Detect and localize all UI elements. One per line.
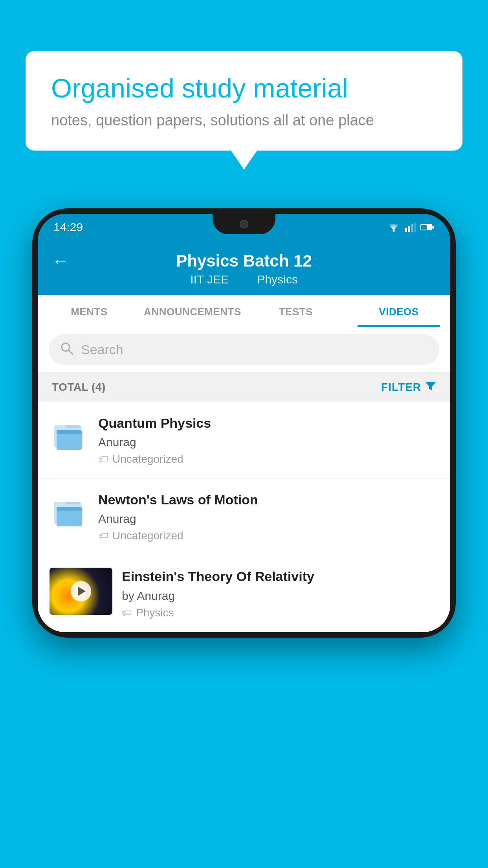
status-bar: 14:29	[38, 214, 450, 241]
svg-line-10	[68, 350, 73, 354]
svg-point-1	[393, 230, 395, 232]
status-time: 14:29	[53, 221, 83, 234]
video-title-2: Newton's Laws of Motion	[98, 491, 438, 508]
video-info-2: Newton's Laws of Motion Anurag 🏷 Uncateg…	[98, 491, 438, 542]
svg-rect-5	[414, 223, 416, 232]
file-icon-newton	[50, 491, 89, 534]
header-subtitle-physics: Physics	[257, 273, 297, 286]
tag-icon-1: 🏷	[98, 453, 108, 465]
video-tag-2: 🏷 Uncategorized	[98, 530, 438, 542]
tab-announcements[interactable]: ANNOUNCEMENTS	[141, 295, 244, 327]
filter-icon	[425, 380, 436, 394]
search-bar-wrapper: Search	[38, 327, 450, 372]
play-button[interactable]	[71, 581, 91, 601]
svg-rect-7	[432, 226, 434, 229]
tag-icon-2: 🏷	[98, 530, 108, 542]
app-header: ← Physics Batch 12 IIT JEE Physics	[38, 241, 450, 295]
video-author-2: Anurag	[98, 512, 438, 526]
search-placeholder-text: Search	[81, 342, 123, 357]
filter-button[interactable]: FILTER	[381, 380, 436, 394]
svg-rect-4	[411, 224, 413, 232]
video-title-3: Einstein's Theory Of Relativity	[122, 568, 438, 585]
video-item-1[interactable]: Quantum Physics Anurag 🏷 Uncategorized	[38, 402, 450, 478]
back-button[interactable]: ←	[52, 251, 69, 271]
phone-mockup: 14:29	[32, 208, 456, 638]
tag-icon-3: 🏷	[122, 607, 132, 619]
video-title-1: Quantum Physics	[98, 414, 438, 432]
video-list: Quantum Physics Anurag 🏷 Uncategorized	[38, 402, 450, 632]
tab-videos[interactable]: VIDEOS	[347, 295, 450, 327]
svg-rect-2	[405, 228, 407, 232]
notch	[213, 214, 275, 234]
bubble-title: Organised study material	[51, 73, 437, 103]
speech-bubble-container: Organised study material notes, question…	[26, 51, 462, 151]
filter-row: TOTAL (4) FILTER	[38, 372, 450, 402]
video-info-1: Quantum Physics Anurag 🏷 Uncategorized	[98, 414, 438, 465]
status-icons	[387, 223, 435, 232]
phone-screen: 14:29	[38, 214, 450, 632]
header-row: ← Physics Batch 12	[52, 252, 436, 270]
search-icon	[60, 341, 74, 358]
svg-rect-17	[57, 507, 68, 511]
tabs-bar: MENTS ANNOUNCEMENTS TESTS VIDEOS	[38, 295, 450, 327]
video-tag-1: 🏷 Uncategorized	[98, 453, 438, 465]
video-tag-3: 🏷 Physics	[122, 607, 438, 619]
video-item-3[interactable]: Einstein's Theory Of Relativity by Anura…	[38, 555, 450, 632]
folder-icon	[53, 418, 85, 454]
video-author-1: Anurag	[98, 436, 438, 449]
file-icon-quantum	[50, 414, 89, 458]
video-thumbnail-einstein	[50, 568, 112, 615]
video-item-2[interactable]: Newton's Laws of Motion Anurag 🏷 Uncateg…	[38, 478, 450, 555]
svg-rect-3	[408, 226, 410, 232]
svg-rect-8	[421, 225, 427, 230]
tab-tests[interactable]: TESTS	[244, 295, 347, 327]
video-info-3: Einstein's Theory Of Relativity by Anura…	[122, 568, 438, 619]
phone-outer: 14:29	[32, 208, 456, 638]
folder-icon-2	[53, 495, 85, 530]
play-triangle-icon	[78, 587, 86, 596]
svg-marker-11	[425, 382, 436, 390]
wifi-icon	[387, 223, 400, 232]
bubble-subtitle: notes, question papers, solutions all at…	[51, 112, 437, 129]
camera-notch	[240, 220, 248, 228]
video-author-3: by Anurag	[122, 589, 438, 603]
header-subtitle-iitjee: IIT JEE	[190, 273, 229, 286]
search-bar[interactable]: Search	[49, 334, 439, 365]
header-subtitle: IIT JEE Physics	[184, 273, 304, 286]
header-title: Physics Batch 12	[176, 252, 312, 270]
tab-ments[interactable]: MENTS	[38, 295, 141, 327]
total-count-label: TOTAL (4)	[52, 381, 106, 394]
speech-bubble: Organised study material notes, question…	[26, 51, 462, 151]
svg-rect-14	[57, 430, 68, 434]
signal-icon	[405, 223, 416, 232]
battery-icon	[420, 223, 435, 231]
